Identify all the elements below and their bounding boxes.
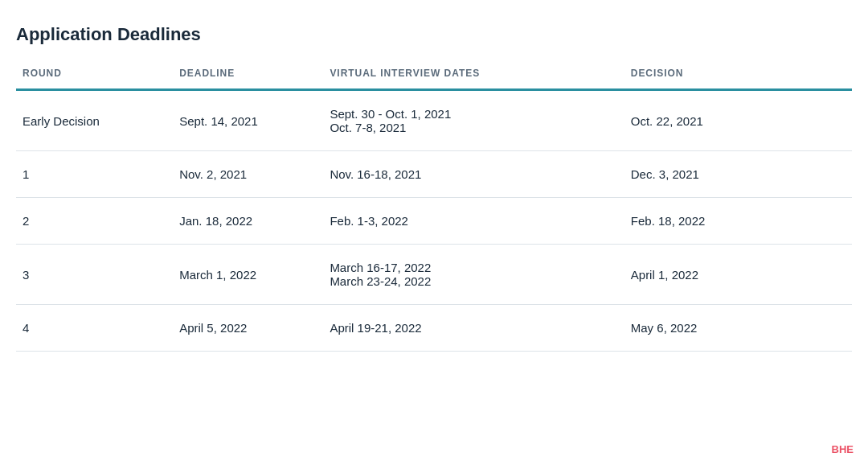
table-row: 2Jan. 18, 2022Feb. 1-3, 2022Feb. 18, 202… bbox=[16, 198, 852, 245]
cell-round: 1 bbox=[16, 151, 166, 198]
cell-round: 4 bbox=[16, 305, 166, 352]
cell-decision: May 6, 2022 bbox=[618, 305, 852, 352]
cell-interview: Nov. 16-18, 2021 bbox=[317, 151, 617, 198]
table-row: 4April 5, 2022April 19-21, 2022May 6, 20… bbox=[16, 305, 852, 352]
cell-decision: Dec. 3, 2021 bbox=[618, 151, 852, 198]
interview-date-line: Sept. 30 - Oct. 1, 2021 bbox=[330, 107, 604, 121]
col-header-decision: DECISION bbox=[618, 68, 852, 90]
table-row: 1Nov. 2, 2021Nov. 16-18, 2021Dec. 3, 202… bbox=[16, 151, 852, 198]
interview-date-line: Feb. 1-3, 2022 bbox=[330, 214, 604, 228]
cell-round: 2 bbox=[16, 198, 166, 245]
cell-round: 3 bbox=[16, 245, 166, 305]
cell-decision: April 1, 2022 bbox=[618, 245, 852, 305]
cell-deadline: Nov. 2, 2021 bbox=[166, 151, 317, 198]
cell-round: Early Decision bbox=[16, 90, 166, 151]
page-title: Application Deadlines bbox=[16, 24, 852, 45]
cell-interview: April 19-21, 2022 bbox=[317, 305, 617, 352]
interview-date-line: Nov. 16-18, 2021 bbox=[330, 167, 604, 181]
watermark: BHE bbox=[832, 443, 854, 455]
page-container: Application Deadlines ROUND DEADLINE VIR… bbox=[16, 24, 852, 352]
table-row: Early DecisionSept. 14, 2021Sept. 30 - O… bbox=[16, 90, 852, 151]
interview-date-line: April 19-21, 2022 bbox=[330, 321, 604, 335]
cell-interview: Sept. 30 - Oct. 1, 2021Oct. 7-8, 2021 bbox=[317, 90, 617, 151]
cell-interview: March 16-17, 2022March 23-24, 2022 bbox=[317, 245, 617, 305]
table-header-row: ROUND DEADLINE VIRTUAL INTERVIEW DATES D… bbox=[16, 68, 852, 90]
cell-interview: Feb. 1-3, 2022 bbox=[317, 198, 617, 245]
deadlines-table: ROUND DEADLINE VIRTUAL INTERVIEW DATES D… bbox=[16, 68, 852, 352]
cell-deadline: April 5, 2022 bbox=[166, 305, 317, 352]
cell-decision: Feb. 18, 2022 bbox=[618, 198, 852, 245]
col-header-round: ROUND bbox=[16, 68, 166, 90]
interview-date-line: Oct. 7-8, 2021 bbox=[330, 121, 604, 134]
cell-deadline: March 1, 2022 bbox=[166, 245, 317, 305]
table-row: 3March 1, 2022March 16-17, 2022March 23-… bbox=[16, 245, 852, 305]
interview-date-line: March 23-24, 2022 bbox=[330, 274, 604, 288]
interview-date-line: March 16-17, 2022 bbox=[330, 261, 604, 274]
cell-deadline: Sept. 14, 2021 bbox=[166, 90, 317, 151]
cell-deadline: Jan. 18, 2022 bbox=[166, 198, 317, 245]
col-header-deadline: DEADLINE bbox=[166, 68, 317, 90]
cell-decision: Oct. 22, 2021 bbox=[618, 90, 852, 151]
col-header-interview: VIRTUAL INTERVIEW DATES bbox=[317, 68, 617, 90]
